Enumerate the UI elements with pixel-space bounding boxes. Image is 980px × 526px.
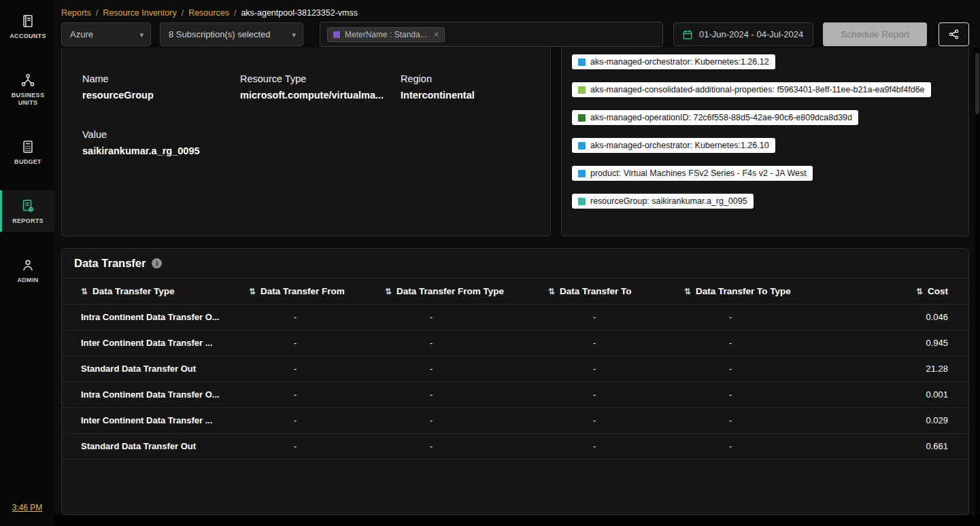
tag-chip: product: Virtual Machines FSv2 Series - …: [572, 166, 813, 181]
cell-cost: 21.28: [834, 364, 948, 374]
column-label: Data Transfer From Type: [396, 286, 504, 296]
column-label: Data Transfer To Type: [696, 286, 791, 296]
column-header-data-transfer-to[interactable]: Data Transfer To: [548, 286, 684, 296]
column-header-data-transfer-from[interactable]: Data Transfer From: [249, 286, 385, 296]
table-row: Standard Data Transfer Out - - - - 21.28: [62, 356, 968, 382]
sidebar-item-reports[interactable]: REPORTS: [0, 190, 54, 232]
tag-color-swatch: [578, 58, 586, 66]
column-label: Data Transfer From: [260, 286, 345, 296]
sort-icon: [81, 287, 88, 296]
sidebar-item-label: ACCOUNTS: [10, 33, 46, 40]
field-label: Name: [82, 73, 240, 84]
chevron-down-icon: [285, 29, 296, 39]
sidebar: ACCOUNTS BUSINESS UNITS: [0, 0, 54, 526]
column-header-data-transfer-to-type[interactable]: Data Transfer To Type: [684, 286, 834, 296]
metername-color-swatch: [333, 31, 340, 38]
cell-transfer-to: -: [548, 415, 684, 425]
vertical-scrollbar[interactable]: [975, 48, 980, 515]
breadcrumb-link-reports[interactable]: Reports: [61, 8, 91, 18]
tag-label: aks-managed-operationID: 72c6f558-88d5-4…: [590, 112, 852, 123]
table-row: Standard Data Transfer Out - - - - 0.661: [62, 434, 968, 459]
app-root: ACCOUNTS BUSINESS UNITS: [0, 0, 980, 526]
share-button[interactable]: [939, 22, 969, 46]
column-label: Data Transfer To: [560, 286, 632, 296]
tag-color-swatch: [578, 114, 586, 122]
data-transfer-title-row: Data Transfer: [62, 249, 968, 279]
table-row: Inter Continent Data Transfer ... - - - …: [62, 408, 968, 434]
sidebar-item-label: BUSINESS UNITS: [3, 92, 52, 107]
breadcrumb-separator: /: [96, 8, 98, 18]
bottom-strip: [0, 515, 980, 526]
close-icon[interactable]: [434, 31, 439, 38]
subscription-select-value: 8 Subscription(s) selected: [169, 29, 271, 39]
schedule-report-button[interactable]: Schedule Report: [823, 22, 927, 46]
field-label: Value: [82, 129, 240, 140]
sort-icon: [385, 287, 392, 296]
cell-transfer-to: -: [548, 441, 684, 451]
resource-details-grid: Name resourceGroup Resource Type microso…: [62, 48, 550, 156]
breadcrumb-separator: /: [182, 8, 184, 18]
sidebar-item-label: REPORTS: [12, 217, 44, 225]
cell-transfer-type: Intra Continent Data Transfer O...: [81, 312, 249, 322]
cell-transfer-to-type: -: [684, 312, 834, 322]
column-label: Cost: [928, 286, 948, 296]
cell-transfer-from: -: [249, 364, 385, 374]
tag-chip: aks-managed-orchestrator: Kubernetes:1.2…: [572, 138, 775, 153]
breadcrumb-link-resource-inventory[interactable]: Resource Inventory: [103, 8, 176, 18]
scrollbar-thumb[interactable]: [975, 53, 979, 114]
date-range-picker[interactable]: 01-Jun-2024 - 04-Jul-2024: [673, 22, 813, 46]
cell-transfer-type: Standard Data Transfer Out: [81, 441, 249, 451]
column-header-data-transfer-type[interactable]: Data Transfer Type: [81, 286, 249, 296]
business-units-icon: [20, 73, 35, 88]
budget-icon: [20, 139, 35, 154]
provider-select[interactable]: Azure: [61, 22, 151, 46]
cell-cost: 0.046: [834, 312, 948, 322]
tag-label: product: Virtual Machines FSv2 Series - …: [590, 168, 807, 179]
field-resource-type: Resource Type microsoft.compute/virtualm…: [240, 73, 401, 101]
tag-chip: aks-managed-operationID: 72c6f558-88d5-4…: [572, 110, 858, 125]
field-value-tag: Value saikirankumar.a_rg_0095: [82, 129, 240, 156]
filter-input[interactable]: MeterName : Standa...: [320, 22, 663, 47]
tag-chip: aks-managed-consolidated-additional-prop…: [572, 82, 931, 97]
field-value: saikirankumar.a_rg_0095: [82, 145, 240, 156]
breadcrumb-link-resources[interactable]: Resources: [188, 8, 229, 18]
cell-transfer-to-type: -: [684, 389, 834, 400]
cell-transfer-from-type: -: [385, 415, 548, 425]
field-value: resourceGroup: [82, 90, 240, 101]
cell-transfer-to-type: -: [684, 364, 834, 374]
table-header-row: Data Transfer Type Data Transfer From Da…: [62, 279, 968, 304]
cell-transfer-to: -: [548, 364, 684, 374]
tags-panel: aks-managed-orchestrator: Kubernetes:1.2…: [561, 48, 969, 236]
column-header-cost[interactable]: Cost: [834, 286, 948, 296]
resource-details-panel: Name resourceGroup Resource Type microso…: [61, 48, 551, 236]
sidebar-item-label: ADMIN: [18, 277, 39, 284]
table-row: Intra Continent Data Transfer O... - - -…: [62, 382, 968, 408]
breadcrumb-current: aks-agentpool-38123352-vmss: [241, 8, 358, 18]
cell-cost: 0.945: [834, 338, 948, 348]
calendar-icon: [682, 29, 693, 40]
table-row: Intra Continent Data Transfer O... - - -…: [62, 304, 968, 330]
column-header-data-transfer-from-type[interactable]: Data Transfer From Type: [385, 286, 548, 296]
sidebar-item-budget[interactable]: BUDGET: [0, 131, 54, 173]
sidebar-item-business-units[interactable]: BUSINESS UNITS: [0, 65, 54, 113]
cell-transfer-from-type: -: [385, 312, 548, 322]
sidebar-item-admin[interactable]: ADMIN: [0, 249, 54, 291]
cell-transfer-to-type: -: [684, 441, 834, 451]
date-range-value: 01-Jun-2024 - 04-Jul-2024: [699, 29, 803, 39]
filter-chip[interactable]: MeterName : Standa...: [327, 27, 445, 42]
breadcrumb: Reports / Resource Inventory / Resources…: [61, 8, 358, 18]
provider-select-value: Azure: [70, 29, 93, 39]
sort-icon: [916, 287, 923, 296]
tag-color-swatch: [578, 142, 586, 150]
tag-color-swatch: [578, 170, 586, 177]
sidebar-item-accounts[interactable]: ACCOUNTS: [0, 5, 54, 47]
cell-transfer-type: Inter Continent Data Transfer ...: [81, 415, 249, 425]
cell-transfer-to-type: -: [684, 338, 834, 348]
info-icon[interactable]: [152, 258, 162, 268]
filter-chip-label: MeterName : Standa...: [345, 30, 427, 39]
cell-transfer-to: -: [548, 312, 684, 322]
field-value: microsoft.compute/virtualma...: [240, 90, 401, 101]
reports-icon: [20, 198, 35, 213]
tag-color-swatch: [578, 86, 586, 94]
subscription-select[interactable]: 8 Subscription(s) selected: [160, 22, 303, 46]
